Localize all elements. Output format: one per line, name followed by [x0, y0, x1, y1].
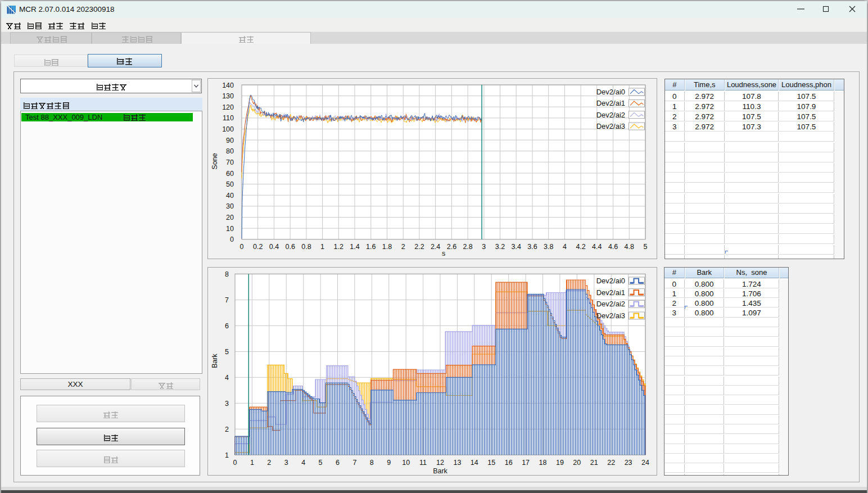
svg-text:50: 50 — [226, 180, 234, 188]
svg-text:Dev2/ai1: Dev2/ai1 — [596, 288, 625, 297]
svg-text:0: 0 — [230, 236, 234, 243]
svg-text:120: 120 — [222, 103, 234, 111]
svg-text:5: 5 — [225, 348, 229, 356]
svg-text:140: 140 — [222, 82, 234, 89]
svg-text:5: 5 — [644, 243, 648, 251]
svg-text:1: 1 — [250, 459, 254, 467]
svg-text:1: 1 — [225, 451, 229, 459]
svg-text:23: 23 — [625, 459, 632, 467]
svg-text:1: 1 — [320, 243, 324, 251]
svg-text:30: 30 — [226, 202, 234, 210]
svg-text:0.4: 0.4 — [269, 243, 279, 251]
svg-text:16: 16 — [505, 459, 513, 467]
svg-text:4: 4 — [301, 459, 305, 467]
svg-text:2.4: 2.4 — [431, 243, 440, 251]
svg-text:11: 11 — [419, 459, 427, 467]
svg-text:6: 6 — [225, 322, 229, 330]
svg-text:14: 14 — [471, 459, 478, 467]
svg-text:7: 7 — [352, 459, 356, 467]
svg-text:1.2: 1.2 — [334, 243, 343, 251]
svg-text:Bark: Bark — [211, 353, 219, 368]
svg-text:13: 13 — [453, 459, 461, 467]
svg-text:20: 20 — [573, 459, 581, 467]
svg-text:19: 19 — [556, 459, 564, 467]
svg-text:4.2: 4.2 — [576, 243, 585, 251]
svg-text:2.8: 2.8 — [463, 243, 472, 251]
svg-text:Dev2/ai2: Dev2/ai2 — [596, 111, 625, 119]
svg-text:8: 8 — [225, 270, 229, 278]
svg-text:22: 22 — [607, 459, 615, 467]
svg-text:Dev2/ai0: Dev2/ai0 — [596, 88, 625, 96]
svg-text:8: 8 — [370, 459, 374, 467]
svg-text:4: 4 — [563, 243, 567, 251]
svg-text:Bark: Bark — [433, 467, 447, 475]
svg-text:12: 12 — [436, 459, 444, 467]
svg-text:21: 21 — [590, 459, 598, 467]
svg-text:7: 7 — [225, 296, 229, 304]
svg-text:0.8: 0.8 — [301, 243, 311, 251]
svg-text:10: 10 — [402, 459, 410, 467]
svg-text:Dev2/ai0: Dev2/ai0 — [596, 277, 625, 285]
svg-text:1.8: 1.8 — [382, 243, 392, 251]
svg-text:Dev2/ai3: Dev2/ai3 — [596, 311, 625, 320]
svg-text:80: 80 — [226, 147, 234, 155]
svg-text:2: 2 — [225, 426, 229, 433]
svg-text:100: 100 — [222, 125, 234, 133]
svg-text:18: 18 — [539, 459, 547, 467]
svg-text:6: 6 — [336, 459, 340, 467]
svg-text:90: 90 — [226, 137, 234, 144]
svg-text:3.2: 3.2 — [495, 243, 505, 251]
svg-text:20: 20 — [226, 214, 234, 221]
svg-text:0.6: 0.6 — [286, 243, 295, 251]
svg-text:0: 0 — [233, 459, 237, 467]
svg-text:10: 10 — [226, 225, 234, 233]
svg-text:110: 110 — [223, 114, 234, 122]
svg-text:Dev2/ai3: Dev2/ai3 — [596, 122, 625, 130]
svg-text:3.6: 3.6 — [527, 243, 537, 251]
svg-text:70: 70 — [226, 159, 234, 166]
svg-text:1.4: 1.4 — [350, 243, 359, 251]
svg-text:3.8: 3.8 — [544, 243, 553, 251]
svg-text:0.2: 0.2 — [253, 243, 263, 251]
svg-text:4.8: 4.8 — [625, 243, 634, 251]
svg-text:Dev2/ai2: Dev2/ai2 — [596, 300, 625, 308]
svg-text:2: 2 — [401, 243, 405, 251]
svg-text:4: 4 — [225, 374, 229, 382]
svg-text:Dev2/ai1: Dev2/ai1 — [596, 99, 625, 107]
svg-text:15: 15 — [487, 459, 495, 467]
svg-text:2: 2 — [267, 459, 271, 467]
svg-text:60: 60 — [226, 170, 234, 178]
svg-text:s: s — [442, 250, 445, 257]
svg-text:3: 3 — [284, 459, 288, 467]
svg-text:130: 130 — [222, 92, 234, 100]
svg-text:24: 24 — [641, 459, 649, 467]
svg-text:4.4: 4.4 — [592, 243, 602, 251]
svg-text:1.6: 1.6 — [366, 243, 376, 251]
svg-text:9: 9 — [387, 459, 391, 467]
svg-text:0: 0 — [240, 243, 244, 251]
svg-text:40: 40 — [226, 192, 234, 200]
svg-text:3.4: 3.4 — [512, 243, 521, 251]
svg-text:3: 3 — [225, 400, 229, 408]
svg-text:4.6: 4.6 — [608, 243, 618, 251]
svg-text:17: 17 — [522, 459, 530, 467]
svg-text:Sone: Sone — [211, 153, 219, 169]
svg-text:2.6: 2.6 — [447, 243, 456, 251]
svg-text:5: 5 — [319, 459, 323, 467]
svg-text:3: 3 — [482, 243, 486, 251]
svg-text:2.2: 2.2 — [414, 243, 424, 251]
